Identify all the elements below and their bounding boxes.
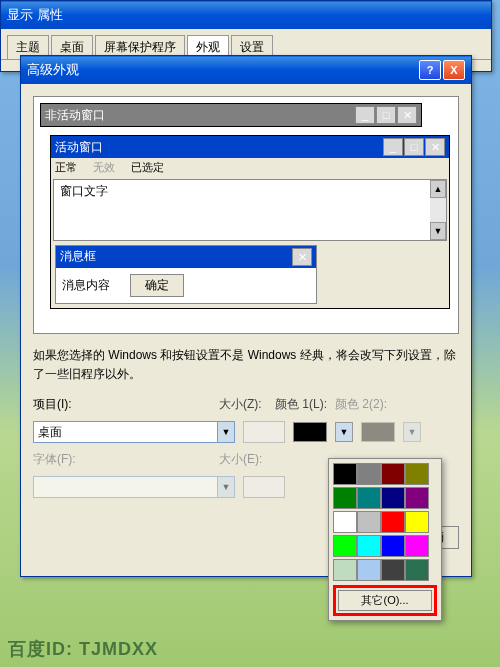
close-icon: ✕ — [397, 106, 417, 124]
close-icon: ✕ — [292, 248, 312, 266]
help-button[interactable]: ? — [419, 60, 441, 80]
palette-cell[interactable] — [333, 559, 357, 581]
other-color-button[interactable]: 其它(O)... — [338, 590, 432, 611]
preview-active-title: 活动窗口 — [55, 139, 103, 156]
font-label: 字体(F): — [33, 451, 83, 468]
size-spinner — [243, 421, 285, 443]
preview-scrollbar: ▲ ▼ — [430, 180, 446, 240]
palette-cell[interactable] — [405, 559, 429, 581]
close-icon: ✕ — [425, 138, 445, 156]
palette-cell[interactable] — [405, 535, 429, 557]
minimize-icon: _ — [355, 106, 375, 124]
palette-cell[interactable] — [381, 559, 405, 581]
maximize-icon: □ — [376, 106, 396, 124]
chevron-down-icon: ▼ — [217, 477, 234, 497]
palette-cell[interactable] — [333, 535, 357, 557]
scroll-down-icon: ▼ — [430, 222, 446, 240]
item-combo[interactable]: 桌面 ▼ — [33, 421, 235, 443]
item-row: 项目(I): 大小(Z): 颜色 1(L): 颜色 2(2): — [33, 396, 459, 413]
palette-cell[interactable] — [381, 511, 405, 533]
advanced-title: 高级外观 — [27, 61, 419, 79]
font-size-spinner — [243, 476, 285, 498]
advanced-titlebar: 高级外观 ? X — [21, 56, 471, 84]
close-button[interactable]: X — [443, 60, 465, 80]
menu-normal: 正常 — [55, 160, 77, 175]
preview-msg-titlebar: 消息框 ✕ — [56, 246, 316, 268]
preview-menu-row: 正常 无效 已选定 — [51, 158, 449, 177]
menu-disabled: 无效 — [93, 160, 115, 175]
preview-textarea: 窗口文字 ▲ ▼ — [53, 179, 447, 241]
font-combo-value — [34, 477, 217, 497]
palette-grid — [333, 463, 437, 581]
description-text: 如果您选择的 Windows 和按钮设置不是 Windows 经典，将会改写下列… — [33, 346, 459, 384]
palette-cell[interactable] — [333, 511, 357, 533]
scroll-thumb — [430, 198, 446, 222]
palette-cell[interactable] — [357, 535, 381, 557]
chevron-down-icon[interactable]: ▼ — [217, 422, 234, 442]
color-palette-popup: 其它(O)... — [328, 458, 442, 621]
color1-swatch[interactable] — [293, 422, 327, 442]
item-controls-row: 桌面 ▼ ▼ ▼ — [33, 421, 459, 443]
advanced-content: 非活动窗口 _ □ ✕ 活动窗口 _ □ ✕ — [21, 84, 471, 518]
preview-msg-content: 消息内容 — [62, 277, 110, 294]
color2-swatch — [361, 422, 395, 442]
font-size-label: 大小(E): — [219, 451, 267, 468]
color2-dropdown: ▼ — [403, 422, 421, 442]
palette-cell[interactable] — [405, 511, 429, 533]
display-properties-title: 显示 属性 — [7, 6, 485, 24]
palette-cell[interactable] — [357, 463, 381, 485]
scroll-up-icon: ▲ — [430, 180, 446, 198]
preview-area: 非活动窗口 _ □ ✕ 活动窗口 _ □ ✕ — [33, 96, 459, 334]
font-combo: ▼ — [33, 476, 235, 498]
preview-inactive-title: 非活动窗口 — [45, 107, 105, 124]
palette-cell[interactable] — [381, 535, 405, 557]
menu-selected: 已选定 — [131, 160, 164, 175]
preview-window-text: 窗口文字 — [54, 180, 446, 203]
palette-cell[interactable] — [381, 487, 405, 509]
palette-cell[interactable] — [357, 511, 381, 533]
palette-cell[interactable] — [333, 487, 357, 509]
preview-active-window: 活动窗口 _ □ ✕ 正常 无效 已选定 窗口文字 ▲ — [50, 135, 450, 309]
minimize-icon: _ — [383, 138, 403, 156]
preview-inactive-window: 非活动窗口 _ □ ✕ — [40, 103, 422, 127]
palette-cell[interactable] — [357, 559, 381, 581]
preview-msg-body: 消息内容 确定 — [56, 268, 316, 303]
preview-active-titlebar: 活动窗口 _ □ ✕ — [51, 136, 449, 158]
preview-ok-button: 确定 — [130, 274, 184, 297]
preview-msg-title: 消息框 — [60, 248, 96, 266]
palette-cell[interactable] — [405, 487, 429, 509]
palette-cell[interactable] — [381, 463, 405, 485]
display-properties-titlebar: 显示 属性 — [1, 1, 491, 29]
palette-cell[interactable] — [333, 463, 357, 485]
size-label: 大小(Z): — [219, 396, 267, 413]
preview-message-box: 消息框 ✕ 消息内容 确定 — [55, 245, 317, 304]
palette-cell[interactable] — [405, 463, 429, 485]
color1-dropdown[interactable]: ▼ — [335, 422, 353, 442]
item-label: 项目(I): — [33, 396, 83, 413]
item-combo-value: 桌面 — [34, 422, 217, 442]
color2-label: 颜色 2(2): — [335, 396, 387, 413]
preview-inactive-titlebar: 非活动窗口 _ □ ✕ — [41, 104, 421, 126]
maximize-icon: □ — [404, 138, 424, 156]
color1-label: 颜色 1(L): — [275, 396, 327, 413]
palette-cell[interactable] — [357, 487, 381, 509]
other-color-highlight: 其它(O)... — [333, 585, 437, 616]
watermark-text: 百度ID: TJMDXX — [8, 637, 158, 661]
